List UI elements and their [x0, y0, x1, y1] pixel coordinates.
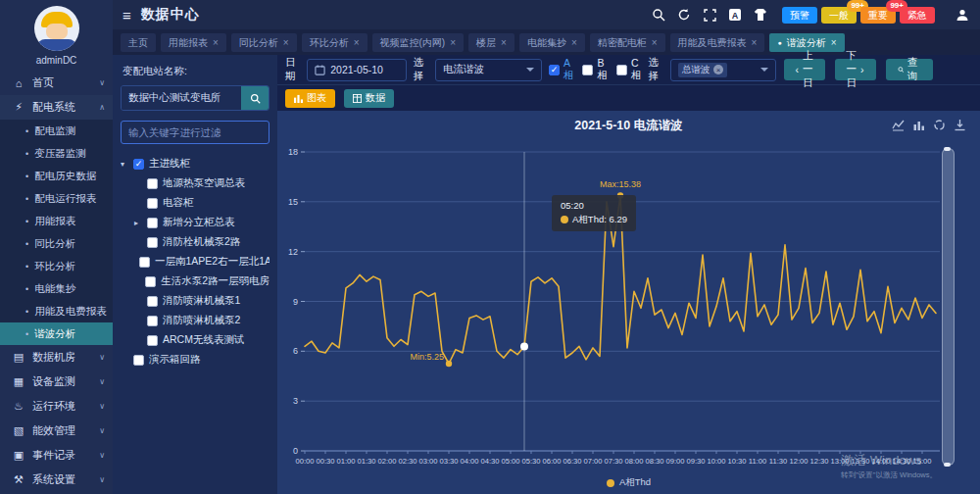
station-select[interactable]: 数据中心测试变电所 [121, 85, 270, 111]
tree-node[interactable]: 生活水泵2路一层弱电房 [121, 272, 270, 291]
alarm-button[interactable]: 重要99+ [860, 7, 896, 24]
datazoom-handle-bottom[interactable] [944, 463, 951, 467]
alarm-button[interactable]: 预警 [782, 7, 817, 24]
sidebar-subitem[interactable]: •配电历史数据 [0, 165, 113, 187]
tab-close-icon[interactable]: × [652, 33, 658, 52]
menu-toggle-icon[interactable]: ≡ [122, 7, 131, 24]
tab-item[interactable]: 视频监控(内网)× [372, 33, 465, 52]
tree-filter-input[interactable] [121, 121, 270, 144]
tree-checkbox[interactable] [147, 296, 158, 307]
tab-close-icon[interactable]: × [283, 33, 289, 52]
data-view-button[interactable]: 数据 [344, 89, 394, 108]
tree-checkbox[interactable]: ✓ [133, 159, 144, 170]
tree-node[interactable]: 一层南1APE2右一层北1APE1左 [121, 252, 270, 272]
tree-checkbox[interactable] [147, 198, 158, 209]
tab-close-icon[interactable]: × [752, 33, 758, 52]
sidebar-item[interactable]: ⌂首页∨ [0, 71, 113, 95]
search-icon[interactable] [651, 7, 666, 23]
fullscreen-icon[interactable] [702, 7, 717, 23]
phase-checkbox[interactable]: ✓A相 [549, 57, 574, 82]
tree-node[interactable]: 地源热泵空调总表 [121, 173, 270, 193]
user-profile[interactable]: adminDC [0, 0, 113, 71]
tree-checkbox[interactable] [147, 178, 158, 189]
phase-checkbox[interactable]: B相 [582, 57, 608, 82]
tree-checkbox[interactable] [139, 257, 150, 268]
tree-node[interactable]: 电容柜 [121, 193, 270, 213]
tree-checkbox[interactable] [145, 276, 156, 287]
sidebar-subitem[interactable]: •同比分析 [0, 232, 113, 255]
harmonic-type-select[interactable]: 电流谐波 [435, 59, 542, 81]
chart-legend[interactable]: A相Thd [277, 476, 980, 489]
tree-node[interactable]: 演示箱回路 [121, 350, 270, 370]
tree-node[interactable]: ▸新增分立柜总表 [121, 213, 270, 232]
tree-checkbox[interactable] [147, 218, 158, 228]
tab-item[interactable]: 精密配电柜× [590, 33, 665, 52]
date-picker[interactable]: 2021-05-10 [307, 59, 407, 81]
tab-item[interactable]: 电能集抄× [519, 33, 585, 52]
station-search-button[interactable] [241, 86, 269, 110]
datazoom-handle-top[interactable] [944, 147, 951, 151]
tab-close-icon[interactable]: × [571, 33, 577, 52]
sidebar-subitem[interactable]: •变压器监测 [0, 142, 113, 165]
tree-node[interactable]: ▾✓主进线柜 [121, 154, 270, 173]
datazoom-slider[interactable] [942, 148, 955, 466]
next-day-button[interactable]: 下一日 › [835, 59, 876, 80]
tab-close-icon[interactable]: × [354, 33, 360, 52]
tab-item[interactable]: 用能报表× [161, 33, 226, 52]
tree-checkbox[interactable] [147, 237, 158, 248]
tree-node[interactable]: ARCM无线表测试 [121, 330, 270, 350]
tree-caret-icon[interactable]: ▸ [134, 219, 142, 227]
sidebar-item[interactable]: ▧能效管理∨ [0, 419, 113, 443]
search-button[interactable]: 查询 [886, 59, 934, 80]
sidebar-subitem[interactable]: •用能报表 [0, 210, 113, 232]
harmonic-order-select[interactable]: 总谐波 × [670, 59, 777, 81]
sidebar-item[interactable]: ▤数据机房∨ [0, 345, 113, 370]
tree-checkbox[interactable] [133, 355, 144, 366]
tree-checkbox[interactable] [147, 316, 158, 326]
station-select-value: 数据中心测试变电所 [122, 86, 241, 110]
prev-day-button[interactable]: ‹ 上一日 [784, 59, 825, 80]
sidebar: adminDC ⌂首页∨⚡配电系统∧•配电监测•变压器监测•配电历史数据•配电运… [0, 0, 113, 494]
legend-label: A相Thd [619, 476, 651, 489]
tab-close-icon[interactable]: × [213, 33, 219, 52]
svg-text:09:30: 09:30 [686, 457, 705, 466]
refresh-icon[interactable] [676, 7, 692, 23]
user-icon[interactable] [955, 7, 970, 23]
tag-remove-icon[interactable]: × [713, 65, 723, 74]
sidebar-subitem[interactable]: •谐波分析 [0, 322, 113, 345]
chevron-left-icon: ‹ [796, 64, 800, 75]
sidebar-subitem[interactable]: •配电运行报表 [0, 187, 113, 210]
sidebar-subitem[interactable]: •配电监测 [0, 120, 113, 142]
tab-item[interactable]: 环比分析× [302, 33, 368, 52]
tab-item[interactable]: 主页 [121, 33, 156, 52]
date-label: 日期 [285, 56, 300, 83]
sidebar-item[interactable]: ♨运行环境∨ [0, 394, 113, 419]
tab-close-icon[interactable]: × [450, 33, 456, 52]
sidebar-item[interactable]: ▣事件记录∨ [0, 443, 113, 468]
tab-item[interactable]: 同比分析× [231, 33, 297, 52]
svg-text:04:30: 04:30 [480, 457, 499, 466]
sidebar-item[interactable]: ⚒系统设置∨ [0, 468, 113, 492]
svg-text:0: 0 [293, 446, 298, 456]
chart-view-button[interactable]: 图表 [285, 89, 335, 108]
tree-node[interactable]: 消防喷淋机械泵2 [121, 311, 270, 330]
sidebar-subitem[interactable]: •环比分析 [0, 255, 113, 277]
sidebar-item[interactable]: ⚡配电系统∧ [0, 95, 113, 120]
tree-node[interactable]: 消防喷淋机械泵1 [121, 291, 270, 311]
tree-checkbox[interactable] [147, 335, 158, 346]
tab-item[interactable]: 用能及电费报表× [670, 33, 765, 52]
alarm-button[interactable]: 紧急 [900, 7, 935, 24]
alarm-button[interactable]: 一般99+ [821, 7, 857, 24]
selected-tag-label: 总谐波 [682, 64, 710, 76]
tab-close-icon[interactable]: × [501, 33, 507, 52]
theme-icon[interactable] [753, 7, 768, 23]
sidebar-item[interactable]: ▦设备监测∨ [0, 370, 113, 394]
sidebar-subitem[interactable]: •用能及电费报表 [0, 300, 113, 322]
sidebar-subitem[interactable]: •电能集抄 [0, 277, 113, 300]
translate-icon[interactable]: A [727, 7, 743, 23]
phase-checkbox[interactable]: C相 [616, 57, 642, 82]
tree-caret-icon[interactable]: ▾ [121, 160, 128, 169]
tree-node[interactable]: 消防栓机械泵2路 [121, 232, 270, 252]
tab-item[interactable]: 楼层× [468, 33, 514, 52]
tab-close-icon[interactable]: × [831, 33, 837, 52]
